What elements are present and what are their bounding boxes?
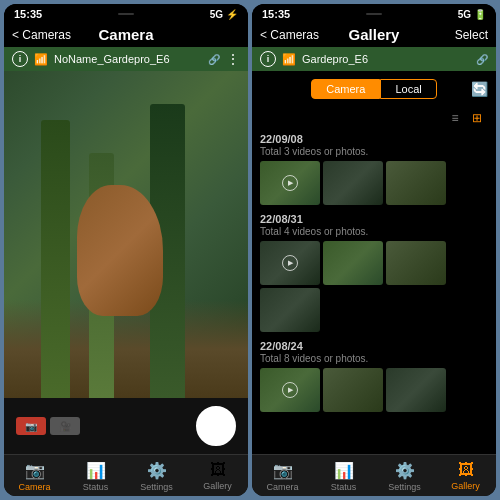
- thumb-1-2[interactable]: [386, 241, 446, 285]
- left-phone: 15:35 5G ⚡ < Cameras Camera i 📶 NoName_G…: [4, 4, 248, 496]
- tab-gallery-left[interactable]: 🖼 Gallery: [187, 459, 248, 494]
- battery-left: ⚡: [226, 9, 238, 20]
- thumb-1-3[interactable]: [260, 288, 320, 332]
- tab-gallery-right[interactable]: 🖼 Gallery: [435, 459, 496, 494]
- gallery-tab-icon: 🖼: [210, 461, 226, 479]
- mode-toggle: 📷 🎥: [16, 417, 80, 435]
- nav-title-right: Gallery: [349, 26, 400, 43]
- section-date-0: 22/09/08: [260, 133, 488, 145]
- status-tab-label: Status: [83, 482, 109, 492]
- pill-right: [366, 13, 382, 15]
- thumb-2-0[interactable]: ▶: [260, 368, 320, 412]
- wifi-icon-right: 📶: [282, 53, 296, 66]
- status-bar-right: 15:35 5G 🔋: [252, 4, 496, 22]
- nav-title-left: Camera: [98, 26, 153, 43]
- settings-tab-icon: ⚙️: [147, 461, 167, 480]
- gallery-tab-label: Gallery: [203, 481, 232, 491]
- thumb-1-0[interactable]: ▶: [260, 241, 320, 285]
- play-icon-0-0: ▶: [282, 175, 298, 191]
- shutter-button[interactable]: [196, 406, 236, 446]
- grid-view-button[interactable]: ⊞: [466, 109, 488, 127]
- status-tab-icon: 📊: [86, 461, 106, 480]
- signal-left: 5G ⚡: [210, 9, 238, 20]
- section-date-1: 22/08/31: [260, 213, 488, 225]
- status-bar-left: 15:35 5G ⚡: [4, 4, 248, 22]
- thumb-row-1: ▶: [260, 241, 488, 332]
- back-button-right[interactable]: < Cameras: [260, 28, 319, 42]
- tab-settings-right[interactable]: ⚙️ Settings: [374, 459, 435, 494]
- device-bar-right: i 📶 Gardepro_E6 🔗: [252, 47, 496, 71]
- thumb-0-2[interactable]: [386, 161, 446, 205]
- section-count-1: Total 4 videos or photos.: [260, 226, 488, 237]
- deer-silhouette: [77, 185, 162, 316]
- section-count-2: Total 8 videos or photos.: [260, 353, 488, 364]
- source-tabs: Camera Local: [303, 75, 444, 103]
- play-icon-1-0: ▶: [282, 255, 298, 271]
- pill-left: [118, 13, 134, 15]
- device-bar-left: i 📶 NoName_Gardepro_E6 🔗 ⋮: [4, 47, 248, 71]
- source-row: Camera Local 🔄: [252, 71, 496, 107]
- nav-bar-left: < Cameras Camera: [4, 22, 248, 47]
- thumb-row-0: ▶: [260, 161, 488, 205]
- section-date-2: 22/08/24: [260, 340, 488, 352]
- r-camera-tab-icon: 📷: [273, 461, 293, 480]
- thumb-2-1[interactable]: [323, 368, 383, 412]
- camera-view: [4, 71, 248, 398]
- time-left: 15:35: [14, 8, 42, 20]
- thumb-2-2[interactable]: [386, 368, 446, 412]
- source-tab-local[interactable]: Local: [380, 79, 436, 99]
- tab-settings-left[interactable]: ⚙️ Settings: [126, 459, 187, 494]
- r-gallery-tab-label: Gallery: [451, 481, 480, 491]
- view-toggle-row: ≡ ⊞: [252, 107, 496, 129]
- thumb-row-2: ▶: [260, 368, 488, 412]
- tab-bar-left: 📷 Camera 📊 Status ⚙️ Settings 🖼 Gallery: [4, 454, 248, 496]
- r-settings-tab-label: Settings: [388, 482, 421, 492]
- r-status-tab-icon: 📊: [334, 461, 354, 480]
- camera-tab-icon: 📷: [25, 461, 45, 480]
- camera-image: [4, 71, 248, 398]
- tab-status-left[interactable]: 📊 Status: [65, 459, 126, 494]
- photo-mode-button[interactable]: 📷: [16, 417, 46, 435]
- gallery-content: 22/09/08 Total 3 videos or photos. ▶ 22/…: [252, 129, 496, 454]
- source-tab-camera[interactable]: Camera: [311, 79, 380, 99]
- battery-right: 🔋: [474, 9, 486, 20]
- tab-status-right[interactable]: 📊 Status: [313, 459, 374, 494]
- time-right: 15:35: [262, 8, 290, 20]
- device-name-left: NoName_Gardepro_E6: [54, 53, 202, 65]
- back-button-left[interactable]: < Cameras: [12, 28, 71, 42]
- r-gallery-tab-icon: 🖼: [458, 461, 474, 479]
- r-settings-tab-icon: ⚙️: [395, 461, 415, 480]
- gallery-section-2: 22/08/24 Total 8 videos or photos. ▶: [252, 336, 496, 416]
- gallery-section-1: 22/08/31 Total 4 videos or photos. ▶: [252, 209, 496, 336]
- wifi-icon-left: 📶: [34, 53, 48, 66]
- link-icon-left: 🔗: [208, 54, 220, 65]
- list-view-button[interactable]: ≡: [444, 109, 466, 127]
- tab-bar-right: 📷 Camera 📊 Status ⚙️ Settings 🖼 Gallery: [252, 454, 496, 496]
- section-count-0: Total 3 videos or photos.: [260, 146, 488, 157]
- gallery-section-0: 22/09/08 Total 3 videos or photos. ▶: [252, 129, 496, 209]
- thumb-1-1[interactable]: [323, 241, 383, 285]
- menu-dots-left[interactable]: ⋮: [226, 51, 240, 67]
- refresh-button[interactable]: 🔄: [471, 81, 488, 97]
- thumb-0-0[interactable]: ▶: [260, 161, 320, 205]
- nav-bar-right: < Cameras Gallery Select: [252, 22, 496, 47]
- device-name-right: Gardepro_E6: [302, 53, 470, 65]
- camera-controls: 📷 🎥: [4, 398, 248, 454]
- r-camera-tab-label: Camera: [266, 482, 298, 492]
- tab-camera-right[interactable]: 📷 Camera: [252, 459, 313, 494]
- signal-right: 5G 🔋: [458, 9, 486, 20]
- camera-tab-label: Camera: [18, 482, 50, 492]
- right-phone: 15:35 5G 🔋 < Cameras Gallery Select i 📶 …: [252, 4, 496, 496]
- thumb-0-1[interactable]: [323, 161, 383, 205]
- settings-tab-label: Settings: [140, 482, 173, 492]
- info-icon-right[interactable]: i: [260, 51, 276, 67]
- select-button[interactable]: Select: [455, 28, 488, 42]
- link-icon-right: 🔗: [476, 54, 488, 65]
- tree1: [41, 120, 70, 398]
- tab-camera-left[interactable]: 📷 Camera: [4, 459, 65, 494]
- network-right: 5G: [458, 9, 471, 20]
- info-icon-left[interactable]: i: [12, 51, 28, 67]
- r-status-tab-label: Status: [331, 482, 357, 492]
- video-mode-button[interactable]: 🎥: [50, 417, 80, 435]
- play-icon-2-0: ▶: [282, 382, 298, 398]
